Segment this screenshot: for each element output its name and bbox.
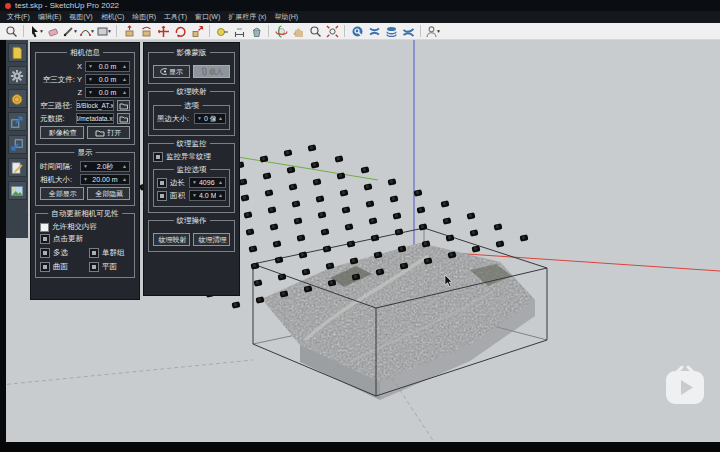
- allow-intersect-checkbox[interactable]: [40, 223, 49, 232]
- multi-select-checkbox[interactable]: [40, 248, 50, 258]
- eraser-tool-icon[interactable]: [45, 24, 61, 39]
- group-title: 相机信息: [67, 48, 103, 58]
- extension-layers-icon[interactable]: [383, 24, 399, 39]
- follow-me-tool-icon[interactable]: [138, 24, 154, 39]
- z-label: Z: [40, 88, 82, 97]
- camera-marker: [389, 195, 398, 203]
- play-button-overlay[interactable]: [662, 364, 708, 408]
- decrement-icon[interactable]: ▼: [86, 62, 95, 71]
- edit-document-icon[interactable]: [8, 158, 27, 177]
- scale-tool-icon[interactable]: [189, 24, 205, 39]
- browse-metadata-button[interactable]: [117, 113, 130, 124]
- line-tool-icon[interactable]: ▼: [62, 24, 78, 39]
- increment-icon[interactable]: ▲: [120, 62, 129, 71]
- pan-tool-icon[interactable]: [290, 24, 306, 39]
- select-tool-icon[interactable]: ▼: [28, 24, 44, 39]
- extension-camera-sync-icon[interactable]: [349, 24, 365, 39]
- extension-mesh-wave-icon[interactable]: [400, 24, 416, 39]
- coin-icon[interactable]: [8, 89, 27, 108]
- monitor-abnormal-checkbox[interactable]: [153, 152, 163, 162]
- camera-marker: [288, 183, 297, 191]
- black-edge-spinner[interactable]: ▼0 像素▲: [194, 113, 226, 124]
- display-group: 显示 时间间隔: ▼2.0秒▲ 相机大小: ▼20.00 m▲ 全部显示 全部隐…: [35, 152, 135, 206]
- import-icon[interactable]: [8, 135, 27, 154]
- camera-marker: [272, 240, 281, 248]
- camera-marker: [310, 161, 319, 169]
- camera-marker: [291, 200, 300, 208]
- camera-size-spinner[interactable]: ▼20.00 m▲: [80, 174, 130, 185]
- menu-window[interactable]: 窗口(W): [191, 12, 224, 22]
- area-checkbox[interactable]: [157, 191, 167, 201]
- increment-icon[interactable]: ▲: [120, 162, 129, 171]
- area-spinner[interactable]: ▼4.0 Mpix▲: [189, 190, 226, 201]
- y-spinner[interactable]: ▼0.0 m▲: [85, 74, 130, 85]
- browse-at-path-button[interactable]: [117, 100, 130, 111]
- rotate-tool-icon[interactable]: [172, 24, 188, 39]
- decrement-icon[interactable]: ▼: [81, 162, 90, 171]
- edge-length-spinner[interactable]: ▼4096 像素▲: [189, 177, 226, 188]
- zoom-extents-tool-icon[interactable]: [324, 24, 340, 39]
- image-check-button[interactable]: 影像检查: [40, 126, 84, 139]
- export-icon[interactable]: [8, 112, 27, 131]
- new-file-icon[interactable]: [8, 43, 27, 62]
- zoom-tool-icon[interactable]: [307, 24, 323, 39]
- decrement-icon[interactable]: ▼: [86, 88, 95, 97]
- camera-marker: [267, 206, 276, 214]
- camera-marker: [240, 195, 249, 203]
- texture-clean-button[interactable]: 纹理清理: [193, 233, 230, 246]
- single-group-checkbox[interactable]: [89, 248, 99, 258]
- push-pull-tool-icon[interactable]: [121, 24, 137, 39]
- increment-icon[interactable]: ▲: [216, 114, 225, 123]
- orbit-tool-icon[interactable]: [273, 24, 289, 39]
- texture-map-button[interactable]: 纹理映射: [153, 233, 190, 246]
- at-path-field[interactable]: iGB/Block_AT.xml: [76, 100, 114, 111]
- paint-bucket-tool-icon[interactable]: [248, 24, 264, 39]
- open-button[interactable]: 打开: [87, 126, 131, 139]
- interval-spinner[interactable]: ▼2.0秒▲: [80, 161, 130, 172]
- decrement-icon[interactable]: ▼: [81, 175, 90, 184]
- viewport[interactable]: 相机信息 X ▼0.0 m▲ 空三文件: Y ▼0.0 m▲ Z ▼0.0 m▲…: [0, 40, 720, 442]
- camera-marker: [293, 217, 302, 225]
- increment-icon[interactable]: ▲: [216, 178, 225, 187]
- increment-icon[interactable]: ▲: [216, 191, 225, 200]
- image-icon[interactable]: [8, 181, 27, 200]
- menu-camera[interactable]: 相机(C): [97, 12, 129, 22]
- extension-mesh-flatten-icon[interactable]: [366, 24, 382, 39]
- plane-checkbox[interactable]: [89, 262, 99, 272]
- edge-length-checkbox[interactable]: [157, 178, 167, 188]
- zoom-window-icon[interactable]: [3, 24, 19, 39]
- arc-tool-icon[interactable]: ▼: [79, 24, 95, 39]
- click-update-checkbox[interactable]: [40, 234, 50, 244]
- camera-marker: [279, 290, 288, 298]
- mask-show-button[interactable]: 显示: [153, 65, 190, 78]
- decrement-icon[interactable]: ▼: [86, 75, 95, 84]
- dimension-tool-icon[interactable]: [231, 24, 247, 39]
- rectangle-tool-icon[interactable]: ▼: [96, 24, 112, 39]
- menu-file[interactable]: 文件(F): [3, 12, 34, 22]
- settings-gear-icon[interactable]: [8, 66, 27, 85]
- tape-measure-tool-icon[interactable]: [214, 24, 230, 39]
- x-spinner[interactable]: ▼0.0 m▲: [85, 61, 130, 72]
- show-all-button[interactable]: 全部显示: [40, 187, 84, 200]
- increment-icon[interactable]: ▲: [120, 75, 129, 84]
- menu-view[interactable]: 视图(V): [65, 12, 96, 22]
- decrement-icon[interactable]: ▼: [190, 191, 199, 200]
- metadata-field[interactable]: 2B/metadata.xml: [76, 113, 114, 124]
- camera-marker: [325, 262, 334, 270]
- menu-tools[interactable]: 工具(T): [160, 12, 191, 22]
- hide-all-button[interactable]: 全部隐藏: [87, 187, 131, 200]
- decrement-icon[interactable]: ▼: [195, 114, 204, 123]
- open-folder-icon: [95, 129, 105, 137]
- increment-icon[interactable]: ▲: [120, 88, 129, 97]
- surface-checkbox[interactable]: [40, 262, 50, 272]
- menu-draw[interactable]: 绘图(R): [128, 12, 160, 22]
- decrement-icon[interactable]: ▼: [190, 178, 199, 187]
- menu-edit[interactable]: 编辑(E): [34, 12, 65, 22]
- menu-extensions[interactable]: 扩展程序 (x): [224, 12, 270, 22]
- increment-icon[interactable]: ▲: [120, 175, 129, 184]
- menu-help[interactable]: 帮助(H): [270, 12, 302, 22]
- move-tool-icon[interactable]: [155, 24, 171, 39]
- account-icon[interactable]: ▼: [425, 24, 441, 39]
- texture-mapping-group: 纹理映射 选项 黑边大小: ▼0 像素▲: [148, 91, 235, 136]
- z-spinner[interactable]: ▼0.0 m▲: [85, 87, 130, 98]
